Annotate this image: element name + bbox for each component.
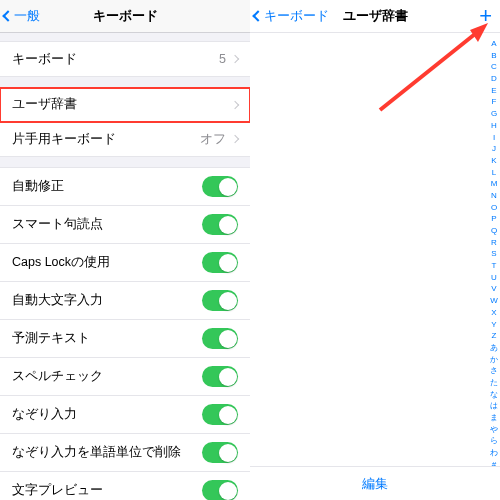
row-label: スマート句読点 xyxy=(12,216,103,233)
index-letter[interactable]: R xyxy=(491,239,497,248)
toggle-switch[interactable] xyxy=(202,214,238,235)
index-letter[interactable]: Z xyxy=(492,332,497,341)
chevron-right-icon xyxy=(231,135,239,143)
index-letter[interactable]: B xyxy=(491,52,496,61)
index-letter[interactable]: F xyxy=(492,98,497,107)
row-toggle[interactable]: 自動修正 xyxy=(0,168,250,206)
index-letter[interactable]: T xyxy=(492,262,497,271)
row-toggle[interactable]: なぞり入力を単語単位で削除 xyxy=(0,434,250,472)
back-button[interactable]: 一般 xyxy=(4,7,40,25)
index-letter[interactable]: N xyxy=(491,192,497,201)
edit-button[interactable]: 編集 xyxy=(362,475,388,493)
row-label: Caps Lockの使用 xyxy=(12,254,110,271)
index-letter[interactable]: A xyxy=(491,40,496,49)
index-letter[interactable]: や xyxy=(490,426,498,435)
index-letter[interactable]: U xyxy=(491,274,497,283)
index-letter[interactable]: W xyxy=(490,297,498,306)
index-letter[interactable]: O xyxy=(491,204,497,213)
index-letter[interactable]: V xyxy=(491,285,496,294)
page-title: ユーザ辞書 xyxy=(343,7,408,25)
index-letter[interactable]: G xyxy=(491,110,497,119)
back-button[interactable]: キーボード xyxy=(254,7,329,25)
row-toggle[interactable]: 予測テキスト xyxy=(0,320,250,358)
row-label: 自動修正 xyxy=(12,178,64,195)
index-letter[interactable]: ら xyxy=(490,437,498,446)
index-letter[interactable]: J xyxy=(492,145,496,154)
chevron-right-icon xyxy=(231,55,239,63)
row-user-dictionary[interactable]: ユーザ辞書 xyxy=(0,88,250,122)
row-toggle[interactable]: 自動大文字入力 xyxy=(0,282,250,320)
row-label: キーボード xyxy=(12,51,77,68)
index-letter[interactable]: わ xyxy=(490,449,498,458)
index-letter[interactable]: X xyxy=(491,309,496,318)
index-letter[interactable]: ま xyxy=(490,414,498,423)
index-letter[interactable]: は xyxy=(490,402,498,411)
index-letter[interactable]: あ xyxy=(490,344,498,353)
index-letter[interactable]: な xyxy=(490,391,498,400)
toggle-switch[interactable] xyxy=(202,442,238,463)
index-letter[interactable]: Y xyxy=(491,321,496,330)
add-button[interactable]: + xyxy=(479,5,492,27)
index-letter[interactable]: さ xyxy=(490,367,498,376)
row-label: 片手用キーボード xyxy=(12,131,116,148)
settings-content: キーボード 5 ユーザ辞書 片手用キーボード オフ xyxy=(0,33,250,500)
chevron-left-icon xyxy=(2,10,13,21)
toggle-switch[interactable] xyxy=(202,480,238,500)
row-label: 文字プレビュー xyxy=(12,482,103,499)
row-label: 予測テキスト xyxy=(12,330,90,347)
index-letter[interactable]: S xyxy=(491,250,496,259)
row-toggle[interactable]: スマート句読点 xyxy=(0,206,250,244)
group-dict: ユーザ辞書 片手用キーボード オフ xyxy=(0,87,250,157)
row-label: なぞり入力 xyxy=(12,406,77,423)
row-value: オフ xyxy=(200,131,238,148)
index-bar[interactable]: ABCDEFGHIJKLMNOPQRSTUVWXYZあかさたなはまやらわ# xyxy=(489,40,499,470)
navbar-left: 一般 キーボード xyxy=(0,0,250,33)
row-label: なぞり入力を単語単位で削除 xyxy=(12,444,181,461)
toggle-switch[interactable] xyxy=(202,176,238,197)
index-letter[interactable]: L xyxy=(492,169,496,178)
navbar-right: キーボード ユーザ辞書 + xyxy=(250,0,500,33)
index-letter[interactable]: C xyxy=(491,63,497,72)
back-label: 一般 xyxy=(14,7,40,25)
row-label: ユーザ辞書 xyxy=(12,96,77,113)
user-dictionary-pane: キーボード ユーザ辞書 + ABCDEFGHIJKLMNOPQRSTUVWXYZ… xyxy=(250,0,500,500)
toggle-switch[interactable] xyxy=(202,252,238,273)
row-value xyxy=(232,102,238,108)
index-letter[interactable]: P xyxy=(491,215,496,224)
group-keyboards: キーボード 5 xyxy=(0,41,250,77)
dictionary-content xyxy=(250,33,500,500)
index-letter[interactable]: た xyxy=(490,379,498,388)
index-letter[interactable]: か xyxy=(490,356,498,365)
index-letter[interactable]: D xyxy=(491,75,497,84)
row-toggle[interactable]: 文字プレビュー xyxy=(0,472,250,500)
row-toggle[interactable]: Caps Lockの使用 xyxy=(0,244,250,282)
row-label: スペルチェック xyxy=(12,368,103,385)
index-letter[interactable]: H xyxy=(491,122,497,131)
index-letter[interactable]: M xyxy=(491,180,498,189)
row-one-handed[interactable]: 片手用キーボード オフ xyxy=(0,122,250,156)
index-letter[interactable]: I xyxy=(493,134,495,143)
toggle-switch[interactable] xyxy=(202,328,238,349)
page-title: キーボード xyxy=(93,7,158,25)
back-label: キーボード xyxy=(264,7,329,25)
row-value: 5 xyxy=(219,52,238,66)
keyboard-settings-pane: 一般 キーボード キーボード 5 ユーザ辞書 xyxy=(0,0,250,500)
chevron-left-icon xyxy=(252,10,263,21)
index-letter[interactable]: Q xyxy=(491,227,497,236)
row-toggle[interactable]: なぞり入力 xyxy=(0,396,250,434)
index-letter[interactable]: E xyxy=(491,87,496,96)
toggle-switch[interactable] xyxy=(202,366,238,387)
row-toggle[interactable]: スペルチェック xyxy=(0,358,250,396)
row-label: 自動大文字入力 xyxy=(12,292,103,309)
chevron-right-icon xyxy=(231,100,239,108)
index-letter[interactable]: K xyxy=(491,157,496,166)
toggle-switch[interactable] xyxy=(202,404,238,425)
toggle-switch[interactable] xyxy=(202,290,238,311)
group-toggles: 自動修正スマート句読点Caps Lockの使用自動大文字入力予測テキストスペルチ… xyxy=(0,167,250,500)
toolbar: 編集 xyxy=(250,466,500,500)
row-keyboards[interactable]: キーボード 5 xyxy=(0,42,250,76)
